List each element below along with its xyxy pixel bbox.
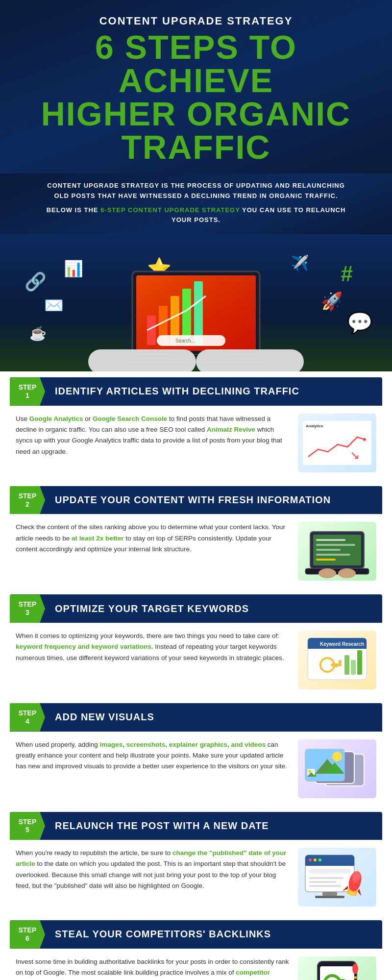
step-text-1: Use Google Analytics or Google Search Co… (16, 414, 291, 457)
step-header-4: STEP4ADD NEW VISUALS (10, 703, 382, 732)
step-title-2: UPDATE YOUR CONTENT WITH FRESH INFORMATI… (45, 489, 341, 512)
svg-point-49 (314, 858, 317, 861)
step-header-1: STEP1IDENTIFY ARTICLES WITH DECLINING TR… (10, 377, 382, 406)
svg-text:Keyword Research: Keyword Research (320, 641, 364, 647)
header-subtitle: CONTENT UPGRADE STRATEGY (20, 15, 372, 27)
svg-point-17 (318, 568, 336, 578)
intro-section: CONTENT UPGRADE STRATEGY IS THE PROCESS … (0, 173, 392, 234)
svg-rect-32 (344, 655, 349, 675)
svg-text:↘: ↘ (350, 448, 360, 462)
svg-rect-22 (316, 554, 350, 556)
paper-plane-icon: ✈️ (291, 254, 309, 271)
step-section-6: STEP6STEAL YOUR COMPETITORS' BACKLINKSIn… (10, 920, 382, 980)
svg-rect-47 (305, 863, 354, 866)
svg-point-43 (308, 770, 311, 773)
step-body-1: Use Google Analytics or Google Search Co… (10, 406, 382, 480)
svg-point-48 (309, 858, 312, 861)
email-icon: ✉️ (44, 296, 64, 315)
step-title-3: OPTIMIZE YOUR TARGET KEYWORDS (45, 597, 259, 620)
intro-text-1: CONTENT UPGRADE STRATEGY IS THE PROCESS … (39, 181, 353, 201)
svg-rect-30 (339, 660, 342, 664)
svg-rect-31 (335, 663, 338, 667)
step-illustration-backlinks (298, 956, 376, 980)
cloud-right (196, 349, 304, 371)
coffee-icon: ☕ (29, 325, 47, 342)
chart-icon-left: 📊 (64, 259, 83, 278)
step-section-3: STEP3OPTIMIZE YOUR TARGET KEYWORDSWhen i… (10, 594, 382, 697)
step-body-4: When used properly, adding images, scree… (10, 732, 382, 806)
step-header-3: STEP3OPTIMIZE YOUR TARGET KEYWORDS (10, 594, 382, 623)
hero-area: 🔗 ✉️ ☕ ⭐ # 🚀 💬 ✈️ 📊 (0, 234, 392, 371)
step-section-1: STEP1IDENTIFY ARTICLES WITH DECLINING TR… (10, 377, 382, 480)
step-title-5: RELAUNCH THE POST WITH A NEW DATE (45, 814, 279, 837)
step-title-4: ADD NEW VISUALS (45, 706, 164, 729)
svg-point-12 (363, 438, 366, 441)
step-text-6: Invest some time in building authoritati… (16, 956, 291, 980)
hero-graphic: 🔗 ✉️ ☕ ⭐ # 🚀 💬 ✈️ 📊 (10, 252, 382, 371)
step-header-2: STEP2UPDATE YOUR CONTENT WITH FRESH INFO… (10, 486, 382, 514)
hashtag-icon: # (341, 262, 353, 286)
intro-text-2: BELOW IS THE 6-STEP CONTENT UPGRADE STRA… (39, 205, 353, 226)
step-badge-4: STEP4 (10, 703, 45, 732)
step-badge-2: STEP2 (10, 486, 45, 514)
step-section-5: STEP5RELAUNCH THE POST WITH A NEW DATEWh… (10, 812, 382, 915)
svg-rect-34 (357, 650, 362, 675)
svg-rect-19 (316, 539, 345, 541)
cloud-left (88, 349, 196, 371)
step-badge-3: STEP3 (10, 594, 45, 623)
step-illustration-analytics: Analytics ↘ (298, 414, 376, 472)
svg-rect-55 (322, 892, 337, 896)
header-title: 6 STEPS TO ACHIEVE HIGHER ORGANIC TRAFFI… (20, 30, 372, 164)
svg-rect-52 (309, 877, 343, 879)
step-badge-5: STEP5 (10, 812, 45, 840)
rocket-icon: 🚀 (321, 291, 343, 312)
step-text-2: Check the content of the sites ranking a… (16, 522, 291, 555)
svg-rect-21 (316, 549, 341, 551)
main-content: STEP1IDENTIFY ARTICLES WITH DECLINING TR… (0, 377, 392, 980)
clouds (88, 349, 304, 371)
svg-rect-51 (309, 869, 350, 874)
svg-point-70 (352, 963, 358, 974)
svg-rect-16 (305, 568, 369, 574)
steps-container: STEP1IDENTIFY ARTICLES WITH DECLINING TR… (0, 377, 392, 980)
svg-point-18 (338, 568, 356, 578)
step-badge-6: STEP6 (10, 920, 45, 949)
step-text-5: When you're ready to republish the artic… (16, 848, 291, 891)
svg-marker-63 (357, 888, 363, 896)
svg-point-71 (353, 976, 357, 979)
step-badge-1: STEP1 (10, 377, 45, 406)
step-illustration-typing (298, 522, 376, 581)
step-title-1: IDENTIFY ARTICLES WITH DECLINING TRAFFIC (45, 380, 309, 403)
step-illustration-rocket (298, 848, 376, 906)
svg-rect-20 (316, 544, 355, 546)
header-section: CONTENT UPGRADE STRATEGY 6 STEPS TO ACHI… (0, 0, 392, 173)
step-text-4: When used properly, adding images, scree… (16, 739, 291, 772)
chain-icon: 🔗 (24, 271, 47, 292)
step-header-6: STEP6STEAL YOUR COMPETITORS' BACKLINKS (10, 920, 382, 949)
chat-icon: 💬 (347, 311, 372, 335)
svg-rect-53 (309, 881, 336, 883)
svg-point-41 (332, 752, 342, 761)
step-body-6: Invest some time in building authoritati… (10, 949, 382, 980)
step-body-5: When you're ready to republish the artic… (10, 840, 382, 914)
step-title-6: STEAL YOUR COMPETITORS' BACKLINKS (45, 923, 281, 946)
step-text-3: When it comes to optimizing your keyword… (16, 631, 291, 663)
step-illustration-keyword: Keyword Research (298, 631, 376, 689)
laptop-visual: Search... (118, 267, 274, 371)
step-section-2: STEP2UPDATE YOUR CONTENT WITH FRESH INFO… (10, 486, 382, 589)
svg-text:Search...: Search... (175, 338, 195, 343)
step-body-3: When it comes to optimizing your keyword… (10, 623, 382, 697)
step-body-2: Check the content of the sites ranking a… (10, 514, 382, 588)
svg-rect-54 (309, 885, 341, 887)
step-header-5: STEP5RELAUNCH THE POST WITH A NEW DATE (10, 812, 382, 840)
step-illustration-photos (298, 739, 376, 798)
svg-point-50 (318, 858, 321, 861)
svg-rect-56 (315, 896, 344, 898)
svg-rect-23 (316, 559, 336, 561)
step-section-4: STEP4ADD NEW VISUALSWhen used properly, … (10, 703, 382, 806)
svg-rect-33 (351, 660, 356, 675)
